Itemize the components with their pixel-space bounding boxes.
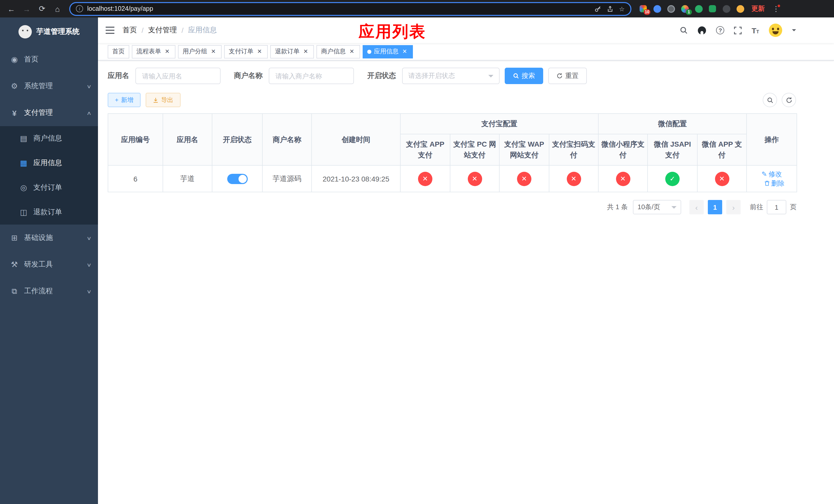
tab-close-icon[interactable]: ✕ <box>163 48 171 55</box>
breadcrumb: 首页 / 支付管理 / 应用信息 <box>123 26 217 35</box>
avatar-caret-icon[interactable] <box>792 29 796 33</box>
total-count: 共 1 条 <box>607 203 628 212</box>
font-size-icon[interactable]: TT <box>752 26 759 34</box>
cell-merchant: 芋道源码 <box>262 165 312 192</box>
extension-icon-3[interactable] <box>666 4 676 13</box>
breadcrumb-payment[interactable]: 支付管理 <box>148 26 177 35</box>
sidebar-item-merchant-info[interactable]: ▤ 商户信息 <box>0 126 98 151</box>
search-icon[interactable] <box>680 26 688 35</box>
trash-icon <box>764 181 770 186</box>
extension-icon-4[interactable]: 1 <box>680 4 689 13</box>
search-button[interactable]: 搜索 <box>505 68 543 84</box>
github-icon[interactable] <box>698 26 706 35</box>
reset-button[interactable]: 重置 <box>548 68 587 84</box>
toggle-search-icon[interactable] <box>763 93 777 107</box>
export-button[interactable]: 导出 <box>146 93 180 107</box>
app-logo[interactable]: 芋道管理系统 <box>0 18 98 46</box>
search-form: 应用名 商户名称 开启状态 请选择开启状态 搜索 重置 <box>108 68 796 84</box>
tab-close-icon[interactable]: ✕ <box>401 48 408 55</box>
avatar[interactable] <box>769 24 782 37</box>
col-header-status: 开启状态 <box>212 114 262 165</box>
tab-merchant-info[interactable]: 商户信息✕ <box>316 45 360 58</box>
tab-pay-order[interactable]: 支付订单✕ <box>224 45 268 58</box>
password-key-icon[interactable] <box>594 5 601 12</box>
back-icon[interactable]: ← <box>5 2 18 15</box>
alipay-qr-status-icon: ✕ <box>567 171 581 186</box>
col-header-alipay-app: 支付宝 APP 支付 <box>400 134 450 165</box>
merchant-name-input[interactable] <box>269 68 354 84</box>
chevron-down-icon: ∨ <box>86 235 91 241</box>
plus-icon: + <box>115 96 118 104</box>
col-header-wechat-app: 微信 APP 支付 <box>697 134 747 165</box>
alipay-pc-status-icon: ✕ <box>467 171 482 186</box>
page-size-select[interactable]: 10条/页 <box>633 200 681 214</box>
prev-page-button[interactable]: ‹ <box>689 200 704 214</box>
col-header-alipay-qr: 支付宝扫码支付 <box>549 134 598 165</box>
tab-close-icon[interactable]: ✕ <box>302 48 309 55</box>
chrome-update-button[interactable]: 更新 <box>751 4 765 13</box>
logo-avatar <box>19 25 32 39</box>
sidebar-item-workflow[interactable]: ⧉ 工作流程 ∨ <box>0 278 98 304</box>
home-icon[interactable]: ⌂ <box>51 2 64 15</box>
extension-icon-7[interactable] <box>722 4 731 13</box>
share-icon[interactable] <box>607 5 613 12</box>
status-label: 开启状态 <box>367 71 396 81</box>
sidebar: 芋道管理系统 ◉ 首页 ⚙ 系统管理 ∨ ¥ 支付管理 ∧ ▤ 商户信息 <box>0 18 98 504</box>
sidebar-item-system[interactable]: ⚙ 系统管理 ∨ <box>0 73 98 99</box>
delete-link[interactable]: 删除 <box>764 179 785 188</box>
tab-user-group[interactable]: 用户分组✕ <box>178 45 222 58</box>
goto-suffix: 页 <box>790 203 796 212</box>
payment-submenu: ▤ 商户信息 ▦ 应用信息 ◎ 支付订单 ◫ 退款订单 <box>0 126 98 225</box>
sidebar-toggle-icon[interactable] <box>106 27 114 34</box>
col-header-wechat-jsapi: 微信 JSAPI 支付 <box>648 134 697 165</box>
extension-icon-8[interactable] <box>736 4 745 13</box>
pencil-icon: ✎ <box>762 170 767 178</box>
address-bar[interactable]: i localhost:1024/pay/app ☆ <box>69 2 631 16</box>
tab-home[interactable]: 首页 <box>108 45 129 58</box>
forward-icon[interactable]: → <box>20 2 33 15</box>
navbar: 首页 / 支付管理 / 应用信息 ? <box>98 18 834 43</box>
goto-page-input[interactable] <box>767 200 786 214</box>
extension-icon-2[interactable] <box>653 4 662 13</box>
status-select[interactable]: 请选择开启状态 <box>402 68 500 84</box>
breadcrumb-home[interactable]: 首页 <box>123 26 137 35</box>
status-switch[interactable] <box>227 174 247 184</box>
fullscreen-icon[interactable] <box>734 26 742 34</box>
extension-icon-6[interactable] <box>708 4 717 13</box>
tab-app-info[interactable]: 应用信息✕ <box>363 45 413 58</box>
extension-badge: 1 <box>686 9 692 15</box>
page-info-icon[interactable]: i <box>76 5 83 12</box>
sidebar-item-infra[interactable]: ⊞ 基础设施 ∨ <box>0 225 98 251</box>
card-icon: ▤ <box>20 134 28 143</box>
wechat-lite-status-icon: ✕ <box>616 171 630 186</box>
chevron-down-icon: ∨ <box>86 289 91 294</box>
chrome-menu-icon[interactable]: ⋮ <box>771 5 781 13</box>
extension-icon-1[interactable]: 10 <box>639 4 648 13</box>
page-number-1[interactable]: 1 <box>708 200 722 214</box>
chevron-down-icon: ∨ <box>86 262 91 267</box>
tab-close-icon[interactable]: ✕ <box>256 48 263 55</box>
cell-created: 2021-10-23 08:49:25 <box>312 165 400 192</box>
tab-close-icon[interactable]: ✕ <box>210 48 217 55</box>
tab-close-icon[interactable]: ✕ <box>348 48 355 55</box>
sidebar-item-refund-order[interactable]: ◫ 退款订单 <box>0 200 98 225</box>
tab-refund-order[interactable]: 退款订单✕ <box>270 45 314 58</box>
sidebar-item-app-info[interactable]: ▦ 应用信息 <box>0 151 98 175</box>
help-icon[interactable]: ? <box>716 26 724 35</box>
wechat-jsapi-status-icon: ✓ <box>665 171 680 186</box>
sidebar-item-pay-order[interactable]: ◎ 支付订单 <box>0 175 98 200</box>
reload-icon[interactable]: ⟳ <box>36 2 49 15</box>
sidebar-item-devtools[interactable]: ⚒ 研发工具 ∨ <box>0 251 98 278</box>
tab-flow-form[interactable]: 流程表单✕ <box>132 45 175 58</box>
refresh-icon[interactable] <box>782 93 796 107</box>
add-button[interactable]: + 新增 <box>108 93 140 107</box>
extension-icon-5[interactable] <box>694 4 703 13</box>
sidebar-item-home[interactable]: ◉ 首页 <box>0 46 98 73</box>
next-page-button[interactable]: › <box>726 200 741 214</box>
bookmark-star-icon[interactable]: ☆ <box>619 5 625 13</box>
chevron-down-icon: ∨ <box>86 83 91 89</box>
edit-link[interactable]: ✎修改 <box>762 169 782 179</box>
app-name-input[interactable] <box>135 68 221 84</box>
sidebar-item-payment[interactable]: ¥ 支付管理 ∧ <box>0 99 98 126</box>
col-header-id: 应用编号 <box>108 114 163 165</box>
